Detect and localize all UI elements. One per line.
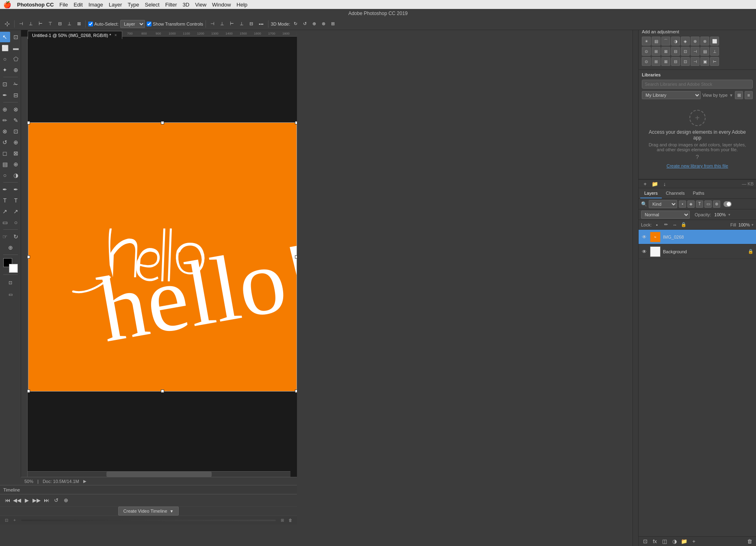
- new-adjustment-btn[interactable]: ◑: [670, 538, 678, 545]
- lock-move-btn[interactable]: ↔: [671, 221, 678, 228]
- handle-bottom-mid[interactable]: [161, 389, 164, 393]
- menu-help[interactable]: Help: [236, 2, 247, 8]
- gradient-tool[interactable]: ▤: [0, 159, 10, 170]
- lock-px-btn[interactable]: ▪: [653, 221, 661, 228]
- artboard-tool[interactable]: ⊡: [11, 32, 21, 42]
- tl-settings-btn[interactable]: ⊞: [279, 517, 286, 524]
- move-tool[interactable]: ↖: [0, 32, 10, 42]
- import-panel-btn[interactable]: ↓: [661, 180, 669, 187]
- rect-marquee-tool[interactable]: ⬜: [0, 43, 10, 53]
- ellipse-shape-tool[interactable]: ○: [11, 217, 21, 228]
- burn-tool[interactable]: ◑: [11, 170, 21, 181]
- adj-color-balance[interactable]: ⊗: [700, 37, 709, 46]
- menu-type[interactable]: Type: [128, 2, 139, 8]
- link-layers-btn[interactable]: ⊡: [641, 538, 649, 545]
- arrange-btn-4[interactable]: ⊥: [238, 20, 246, 28]
- arrange-btn-2[interactable]: ⊥: [218, 20, 226, 28]
- create-timeline-chevron[interactable]: ▼: [170, 509, 174, 513]
- adj-icon-12[interactable]: ⊟: [671, 57, 680, 66]
- menu-edit[interactable]: Edit: [74, 2, 82, 8]
- apple-menu[interactable]: 🍎: [3, 1, 11, 9]
- menu-filter[interactable]: Filter: [165, 2, 177, 8]
- adj-icon-14[interactable]: ⊣: [691, 57, 700, 66]
- text-tool[interactable]: T: [0, 195, 10, 206]
- libraries-help-icon[interactable]: ?: [646, 154, 749, 160]
- layer-item-img0268[interactable]: 👁 hi IMG_0268: [639, 230, 756, 244]
- art-history-tool[interactable]: ⊕: [11, 137, 21, 148]
- add-mask-btn[interactable]: ◫: [661, 538, 669, 545]
- menu-window[interactable]: Window: [212, 2, 231, 8]
- menu-image[interactable]: Image: [89, 2, 103, 8]
- tab-channels[interactable]: Channels: [662, 189, 689, 198]
- lib-list-view-btn[interactable]: ≡: [745, 91, 753, 99]
- h-scrollbar-thumb[interactable]: [106, 472, 212, 477]
- timeline-scrubber[interactable]: [21, 520, 276, 521]
- distribute-btn[interactable]: ⊠: [75, 20, 83, 28]
- adj-invert[interactable]: ⊟: [671, 47, 680, 56]
- adj-levels[interactable]: ▤: [652, 37, 661, 46]
- paint-bucket-tool[interactable]: ⊕: [11, 159, 21, 170]
- fill-chevron[interactable]: ▾: [752, 223, 754, 227]
- adj-curves[interactable]: ⌒: [661, 37, 670, 46]
- handle-top-left[interactable]: [28, 121, 30, 124]
- adj-icon-9[interactable]: ⊙: [642, 57, 651, 66]
- create-video-timeline-btn[interactable]: Create Video Timeline ▼: [118, 507, 179, 516]
- quick-mask-btn[interactable]: ⊡: [5, 277, 16, 288]
- handle-mid-left[interactable]: [28, 255, 30, 259]
- clone-tool[interactable]: ⊗: [0, 126, 10, 137]
- status-arrow[interactable]: ▶: [83, 479, 87, 483]
- adj-hue-sat[interactable]: ⊕: [691, 37, 700, 46]
- tl-last-btn[interactable]: ⏭: [42, 496, 50, 505]
- filter-toggle[interactable]: [724, 201, 732, 207]
- 3d-scale-btn[interactable]: ⊞: [329, 20, 337, 28]
- arrange-btn-3[interactable]: ⊢: [228, 20, 236, 28]
- filter-smart-btn[interactable]: ⊕: [713, 200, 720, 208]
- tl-play-btn[interactable]: ▶: [23, 496, 31, 505]
- menu-file[interactable]: File: [59, 2, 68, 8]
- tl-add-btn[interactable]: +: [11, 517, 18, 524]
- crop-tool[interactable]: ⊡: [0, 79, 10, 89]
- tab-layers[interactable]: Layers: [640, 189, 662, 198]
- lock-all-btn[interactable]: 🔒: [680, 221, 687, 228]
- folder-panel-btn[interactable]: 📁: [651, 180, 659, 187]
- show-transform-checkbox[interactable]: [147, 22, 152, 26]
- opacity-chevron[interactable]: ▾: [728, 213, 730, 217]
- 3d-slide-btn[interactable]: ⊗: [320, 20, 327, 28]
- menu-select[interactable]: Select: [145, 2, 159, 8]
- filter-px-btn[interactable]: ▪: [679, 200, 686, 208]
- adj-icon-15[interactable]: ▣: [700, 57, 709, 66]
- adj-threshold[interactable]: ⊣: [691, 47, 700, 56]
- lasso-tool[interactable]: ○: [0, 54, 10, 64]
- rotate-view-tool[interactable]: ↻: [11, 231, 21, 242]
- menu-layer[interactable]: Layer: [109, 2, 122, 8]
- lock-draw-btn[interactable]: ✏: [662, 221, 669, 228]
- align-right-btn[interactable]: ⊢: [37, 20, 45, 28]
- handle-top-right[interactable]: [295, 121, 297, 124]
- new-group-btn[interactable]: 📁: [680, 538, 688, 545]
- adj-brightness[interactable]: ☀: [642, 37, 651, 46]
- dodge-tool[interactable]: ○: [0, 170, 10, 181]
- slice-tool[interactable]: ✁: [11, 79, 21, 89]
- adj-selective-color[interactable]: ⊥: [710, 47, 719, 56]
- eraser-tool[interactable]: ◻: [0, 148, 10, 159]
- adj-icon-10[interactable]: ⊞: [652, 57, 661, 66]
- spot-heal-tool[interactable]: ⊕: [0, 104, 10, 115]
- arrange-btn-1[interactable]: ⊣: [208, 20, 217, 28]
- path-sel-tool[interactable]: ↗: [0, 206, 10, 217]
- handle-bottom-right[interactable]: [295, 389, 297, 393]
- filter-kind-select[interactable]: Kind Name Effect Mode: [649, 200, 677, 208]
- add-panel-btn[interactable]: +: [641, 180, 649, 187]
- pencil-tool[interactable]: ✎: [11, 115, 21, 126]
- adj-gradient-map[interactable]: ▤: [700, 47, 709, 56]
- background-color[interactable]: [9, 264, 18, 273]
- h-scrollbar[interactable]: [28, 471, 290, 477]
- canvas-viewport[interactable]: hello!: [28, 37, 297, 477]
- direct-sel-tool[interactable]: ↗: [11, 206, 21, 217]
- adj-vibrance[interactable]: ◈: [681, 37, 690, 46]
- new-layer-btn[interactable]: +: [690, 538, 698, 545]
- patch-tool[interactable]: ⊗: [11, 104, 21, 115]
- handle-top-mid[interactable]: [161, 121, 164, 124]
- menu-view[interactable]: View: [195, 2, 206, 8]
- rect-shape-tool[interactable]: ▭: [0, 217, 10, 228]
- single-col-tool[interactable]: ▬: [11, 43, 21, 53]
